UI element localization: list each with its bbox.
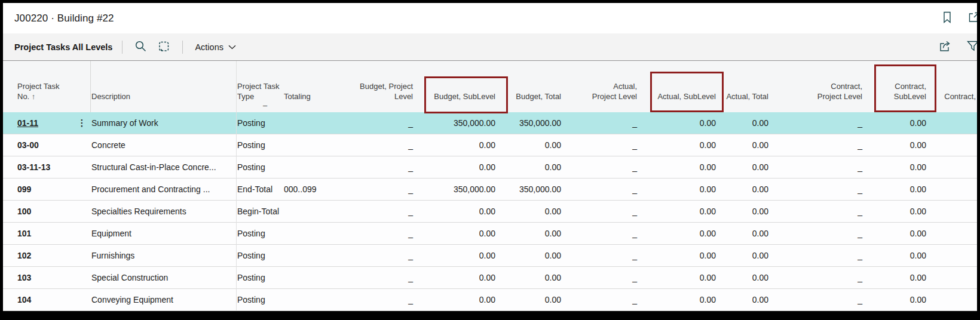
cell-budget_total: 0.00	[498, 223, 564, 244]
column-header-description[interactable]: Description	[90, 61, 236, 112]
cell-actual_sublevel: 0.00	[639, 113, 718, 134]
cell-contract_project_level: _	[771, 201, 865, 222]
table-row[interactable]: 103Special ConstructionPosting_0.000.00_…	[3, 267, 977, 289]
task-no-link[interactable]: 03-00	[17, 140, 39, 150]
column-header-contract_sublevel[interactable]: Contract,SubLevel	[865, 61, 930, 112]
cell-no: 01-11	[3, 113, 74, 134]
table-row[interactable]: 104Conveying EquipmentPosting_0.000.00_0…	[3, 289, 977, 311]
cell-type: Posting	[236, 267, 279, 288]
task-no-link[interactable]: 100	[17, 207, 31, 216]
column-header-budget_project_level[interactable]: Budget, ProjectLevel	[329, 61, 415, 112]
list-caption: Project Tasks All Levels	[14, 42, 112, 52]
column-label: Budget, Project	[329, 81, 413, 91]
table-row[interactable]: 03-11-13Structural Cast-in-Place Concre.…	[3, 156, 977, 179]
column-header-contract_truncated[interactable]: Contract,	[930, 61, 977, 112]
cell-budget_sublevel: 0.00	[415, 201, 498, 222]
cell-actual_total: 0.00	[718, 267, 771, 288]
cell-no: 03-11-13	[3, 157, 74, 178]
cell-description: Specialties Requirements	[90, 201, 236, 222]
task-no-link[interactable]: 104	[17, 295, 31, 304]
column-header-actual_project_level[interactable]: Actual,Project Level	[564, 61, 639, 112]
cell-budget_sublevel: 0.00	[415, 135, 498, 156]
column-header-contract_project_level[interactable]: Contract,Project Level	[771, 61, 865, 112]
cell-contract_sublevel: 0.00	[865, 135, 930, 156]
column-label: Contract,	[771, 81, 862, 91]
table-row[interactable]: 102FurnishingsPosting_0.000.00_0.000.00_…	[3, 245, 977, 267]
cell-contract_project_level: _	[771, 223, 865, 244]
cell-contract_sublevel: 0.00	[865, 223, 930, 244]
cell-contract_sublevel: 0.00	[865, 201, 930, 222]
cell-description: Procurement and Contracting ...	[90, 179, 236, 200]
column-header-menu	[74, 61, 90, 112]
screenshot-frame: J00220 · Building #22 Project Ta	[0, 0, 980, 320]
column-header-actual_total[interactable]: Actual, Total	[718, 61, 771, 112]
cell-actual_sublevel: 0.00	[639, 290, 718, 310]
task-no-link[interactable]: 099	[17, 184, 31, 194]
list-toolbar: Project Tasks All Levels	[3, 33, 977, 61]
task-no-link[interactable]: 102	[17, 251, 31, 260]
cell-budget_project_level: _	[329, 245, 415, 266]
row-ellipsis-icon[interactable]: ⋮	[78, 118, 87, 128]
open-in-new-icon[interactable]	[967, 11, 977, 26]
cell-contract_sublevel: 0.00	[865, 290, 930, 310]
task-no-link[interactable]: 01-11	[17, 118, 38, 128]
table-row[interactable]: 099Procurement and Contracting ...End-To…	[3, 179, 977, 201]
cell-description: Special Construction	[90, 267, 236, 288]
toolbar-divider	[182, 41, 183, 54]
table-row[interactable]: 101EquipmentPosting_0.000.00_0.000.00_0.…	[3, 223, 977, 245]
cell-actual_total: 0.00	[718, 201, 771, 222]
column-header-totaling[interactable]: Totaling	[279, 61, 329, 112]
cell-type: Posting	[236, 223, 279, 244]
column-label: Budget, Total	[498, 91, 561, 101]
cell-no: 103	[3, 267, 74, 288]
column-label: Project Task	[17, 81, 74, 91]
column-header-type[interactable]: Project TaskType–	[236, 61, 279, 112]
cell-contract_project_level: _	[771, 157, 865, 178]
cell-budget_sublevel: 350,000.00	[415, 113, 498, 134]
cell-budget_total: 350,000.00	[498, 113, 564, 134]
cell-actual_project_level: _	[564, 157, 639, 178]
table-row[interactable]: 100Specialties RequirementsBegin-Total_0…	[3, 201, 977, 223]
cell-type: Posting	[236, 157, 279, 178]
cell-budget_sublevel: 0.00	[415, 157, 498, 178]
column-label: SubLevel	[865, 91, 926, 101]
cell-budget_project_level: _	[329, 201, 415, 222]
cell-actual_total: 0.00	[718, 157, 771, 178]
cell-type: Posting	[236, 290, 279, 310]
filter-icon[interactable]	[966, 39, 977, 55]
cell-budget_sublevel: 0.00	[415, 290, 498, 310]
actions-button[interactable]: Actions	[192, 40, 238, 54]
column-label: No. ↑	[17, 91, 74, 101]
cell-budget_sublevel: 0.00	[415, 267, 498, 288]
cell-budget_project_level: _	[329, 113, 415, 134]
column-header-actual_sublevel[interactable]: Actual, SubLevel	[639, 61, 718, 112]
cell-actual_project_level: _	[564, 135, 639, 156]
cell-actual_total: 0.00	[718, 179, 771, 200]
column-label: Project Level	[564, 91, 637, 101]
cell-budget_project_level: _	[329, 290, 415, 310]
task-no-link[interactable]: 101	[17, 229, 31, 238]
table-row[interactable]: 03-00ConcretePosting_0.000.00_0.000.00_0…	[3, 134, 977, 156]
toolbar-divider	[122, 41, 122, 54]
column-label: Actual, Total	[718, 91, 768, 101]
cell-budget_total: 0.00	[498, 245, 564, 266]
cell-contract_sublevel: 0.00	[865, 157, 930, 178]
column-sub-marker: –	[263, 101, 267, 110]
cell-budget_total: 0.00	[498, 157, 564, 178]
task-no-link[interactable]: 03-11-13	[17, 162, 50, 172]
column-header-budget_total[interactable]: Budget, Total	[498, 61, 564, 112]
cell-actual_project_level: _	[564, 267, 639, 288]
cell-actual_project_level: _	[564, 113, 639, 134]
column-header-no[interactable]: Project TaskNo. ↑	[3, 61, 74, 112]
task-no-link[interactable]: 103	[17, 273, 31, 282]
cell-actual_sublevel: 0.00	[639, 135, 718, 156]
column-header-budget_sublevel[interactable]: Budget, SubLevel	[415, 61, 498, 112]
cell-no: 104	[3, 290, 74, 310]
share-icon[interactable]	[938, 39, 952, 55]
analyze-button[interactable]	[155, 38, 173, 57]
cell-actual_sublevel: 0.00	[639, 179, 718, 200]
table-row[interactable]: 01-11⋮Summary of WorkPosting_350,000.003…	[3, 112, 977, 134]
search-button[interactable]	[132, 38, 149, 57]
cell-type: Posting	[236, 113, 279, 134]
bookmark-icon[interactable]	[941, 11, 953, 26]
